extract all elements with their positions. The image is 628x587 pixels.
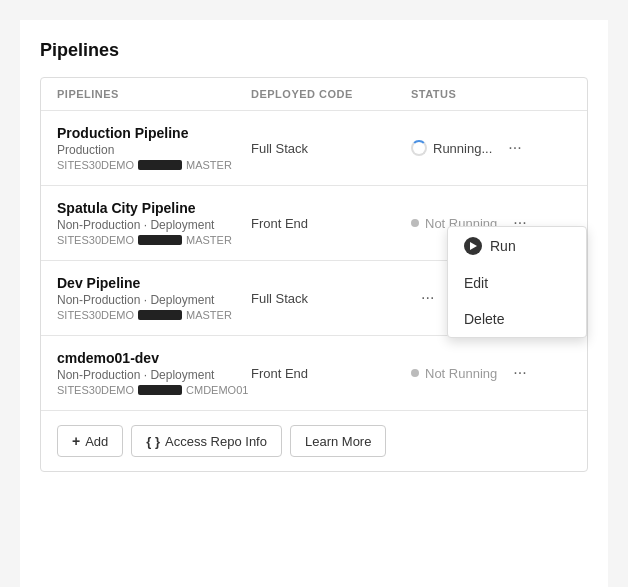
context-menu: Run Edit Delete — [447, 226, 587, 338]
redacted-block — [138, 235, 182, 245]
access-repo-button[interactable]: { } Access Repo Info — [131, 425, 282, 457]
deployed-code: Front End — [251, 216, 411, 231]
pipeline-meta: Non-Production · Deployment — [57, 368, 251, 382]
pipeline-site: SITES30DEMO CMDEMO01 — [57, 384, 251, 396]
pipeline-site: SITES30DEMO MASTER — [57, 234, 251, 246]
col-status: STATUS — [411, 88, 571, 100]
more-button[interactable]: ··· — [507, 363, 532, 383]
pipeline-name: Production Pipeline — [57, 125, 251, 141]
pipeline-info: Production Pipeline Production SITES30DE… — [57, 125, 251, 171]
more-button[interactable]: ··· — [502, 138, 527, 158]
context-menu-run-label: Run — [490, 238, 516, 254]
status-dot — [411, 369, 419, 377]
pipeline-name: Spatula City Pipeline — [57, 200, 251, 216]
redacted-block — [138, 310, 182, 320]
pipeline-name: Dev Pipeline — [57, 275, 251, 291]
pipeline-site: SITES30DEMO MASTER — [57, 309, 251, 321]
col-pipelines: PIPELINES — [57, 88, 251, 100]
context-menu-edit[interactable]: Edit — [448, 265, 586, 301]
run-triangle — [470, 242, 477, 250]
pipeline-info: Dev Pipeline Non-Production · Deployment… — [57, 275, 251, 321]
spinner-icon — [411, 140, 427, 156]
pipeline-name: cmdemo01-dev — [57, 350, 251, 366]
status-label: Not Running — [425, 366, 497, 381]
access-repo-label: Access Repo Info — [165, 434, 267, 449]
pipeline-meta: Non-Production · Deployment — [57, 293, 251, 307]
deployed-code: Full Stack — [251, 291, 411, 306]
pipeline-meta: Non-Production · Deployment — [57, 218, 251, 232]
redacted-block — [138, 160, 182, 170]
deployed-code: Full Stack — [251, 141, 411, 156]
context-menu-delete-label: Delete — [464, 311, 504, 327]
page-title: Pipelines — [40, 40, 588, 61]
col-deployed-code: DEPLOYED CODE — [251, 88, 411, 100]
context-menu-run[interactable]: Run — [448, 227, 586, 265]
plus-icon: + — [72, 433, 80, 449]
more-button[interactable]: ··· — [415, 288, 440, 308]
deployed-code: Front End — [251, 366, 411, 381]
redacted-block — [138, 385, 182, 395]
pipeline-info: Spatula City Pipeline Non-Production · D… — [57, 200, 251, 246]
pipeline-site: SITES30DEMO MASTER — [57, 159, 251, 171]
pipeline-row: Production Pipeline Production SITES30DE… — [41, 111, 587, 186]
pipeline-meta: Production — [57, 143, 251, 157]
pipeline-row: Spatula City Pipeline Non-Production · D… — [41, 186, 587, 261]
learn-more-label: Learn More — [305, 434, 371, 449]
braces-icon: { } — [146, 434, 160, 449]
page-container: Pipelines PIPELINES DEPLOYED CODE STATUS… — [20, 20, 608, 587]
learn-more-button[interactable]: Learn More — [290, 425, 386, 457]
run-icon — [464, 237, 482, 255]
add-label: Add — [85, 434, 108, 449]
context-menu-delete[interactable]: Delete — [448, 301, 586, 337]
pipeline-row: cmdemo01-dev Non-Production · Deployment… — [41, 336, 587, 410]
add-button[interactable]: + Add — [57, 425, 123, 457]
pipeline-info: cmdemo01-dev Non-Production · Deployment… — [57, 350, 251, 396]
pipelines-card: PIPELINES DEPLOYED CODE STATUS Productio… — [40, 77, 588, 472]
status-cell: Running... ··· — [411, 138, 571, 158]
context-menu-edit-label: Edit — [464, 275, 488, 291]
table-header: PIPELINES DEPLOYED CODE STATUS — [41, 78, 587, 111]
status-label: Running... — [433, 141, 492, 156]
status-cell: Not Running ··· — [411, 363, 571, 383]
status-dot — [411, 219, 419, 227]
footer-actions: + Add { } Access Repo Info Learn More — [41, 410, 587, 471]
